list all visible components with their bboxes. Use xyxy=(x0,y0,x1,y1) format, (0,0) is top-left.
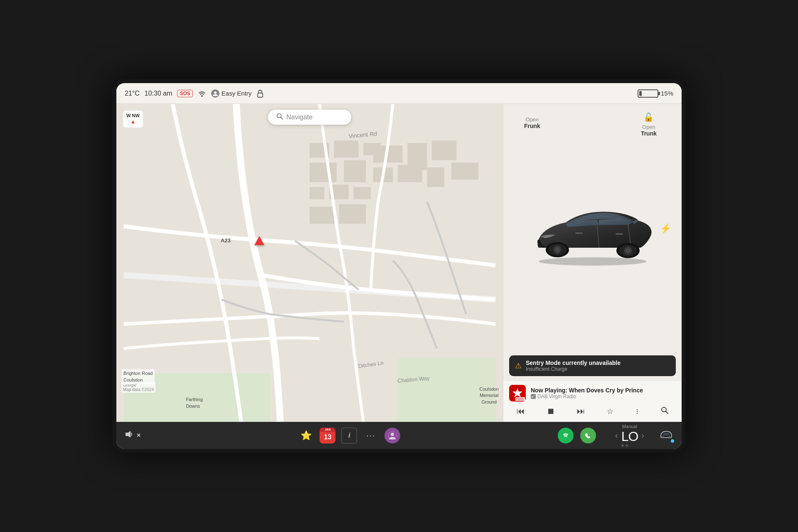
search-icon xyxy=(276,113,283,121)
frunk-action: Frunk xyxy=(524,123,540,129)
climate-seat-left xyxy=(621,444,624,447)
svg-rect-16 xyxy=(354,187,371,199)
battery-bar xyxy=(638,89,658,98)
sentry-text: Sentry Mode currently unavailable Insuff… xyxy=(526,360,621,372)
taskbar-calendar-icon[interactable]: JAN 13 xyxy=(320,428,335,443)
trunk-action: Trunk xyxy=(641,130,657,137)
climate-seat-right xyxy=(626,444,628,447)
svg-rect-49 xyxy=(575,232,583,234)
svg-rect-9 xyxy=(310,163,337,182)
svg-point-0 xyxy=(201,95,203,97)
mute-icon[interactable]: ✕ xyxy=(136,432,141,438)
svg-rect-61 xyxy=(662,436,664,438)
navigate-placeholder: Navigate xyxy=(286,113,313,121)
svg-rect-22 xyxy=(451,163,478,180)
taskbar-starred-icon[interactable]: ⭐ xyxy=(298,428,314,443)
place-coulsdon-memorial: CoulsdonMemorialGround xyxy=(480,386,499,405)
song-source: D DAB Virgin Radio xyxy=(531,394,643,399)
now-playing-panel: RADIO Now Playing: When Doves Cry by Pri… xyxy=(503,380,682,422)
favorite-button[interactable]: ☆ xyxy=(603,405,617,418)
trunk-lock-icon: 🔓 xyxy=(641,112,657,122)
svg-rect-17 xyxy=(310,207,334,224)
svg-marker-51 xyxy=(512,388,522,397)
sos-button[interactable]: SOS xyxy=(177,90,192,97)
equalizer-button[interactable]: ⫶ xyxy=(632,406,643,417)
taskbar-car-icon[interactable] xyxy=(659,429,673,442)
compass-north-arrow: ▲ xyxy=(126,118,140,125)
trunk-label: Open xyxy=(641,124,657,130)
svg-rect-21 xyxy=(427,167,444,187)
song-source-text: DAB Virgin Radio xyxy=(537,394,576,399)
trunk-control[interactable]: 🔓 Open Trunk xyxy=(641,112,657,137)
screen: 21°C 10:30 am SOS Easy Entr xyxy=(116,83,682,449)
svg-line-55 xyxy=(665,411,668,414)
clock: 10:30 am xyxy=(145,90,172,97)
lock-icon[interactable] xyxy=(256,89,264,98)
search-music-button[interactable] xyxy=(658,405,672,418)
taskbar-more-icon[interactable]: ··· xyxy=(363,428,379,443)
svg-rect-7 xyxy=(334,140,359,158)
svg-line-29 xyxy=(281,118,283,120)
svg-text:D: D xyxy=(532,396,534,398)
taskbar-center: ⭐ JAN 13 i ··· xyxy=(148,428,551,443)
sentry-warning-icon: ⚠ xyxy=(515,361,522,370)
svg-rect-2 xyxy=(258,93,263,97)
road-label: A23 xyxy=(221,237,231,244)
status-left: 21°C 10:30 am SOS Easy Entr xyxy=(125,89,264,98)
climate-right-arrow[interactable]: › xyxy=(641,431,644,440)
profile-indicator[interactable]: Easy Entry xyxy=(211,89,252,98)
now-playing-text: Now Playing: When Doves Cry by Prince D … xyxy=(531,387,643,399)
svg-rect-20 xyxy=(398,165,422,182)
wifi-icon xyxy=(198,90,206,97)
temperature: 21°C xyxy=(125,90,140,97)
battery-fill xyxy=(639,91,642,96)
battery-percent: 15% xyxy=(661,90,673,97)
svg-marker-56 xyxy=(126,431,131,438)
battery-area: 15% xyxy=(638,89,673,98)
map-panel[interactable]: Vincent Rd Ditches Ln Chaldon Way Naviga… xyxy=(116,104,503,422)
climate-area: ‹ Manual LO › xyxy=(607,424,653,447)
frunk-label: Open xyxy=(524,116,540,123)
stop-button[interactable]: ⏹ xyxy=(543,405,558,418)
taskbar-spotify-icon[interactable] xyxy=(558,428,574,443)
location-marker xyxy=(254,236,264,245)
svg-point-58 xyxy=(391,433,394,436)
svg-rect-10 xyxy=(344,160,366,182)
song-title: Now Playing: When Doves Cry by Prince xyxy=(531,387,643,394)
profile-icon xyxy=(211,89,219,98)
navigate-bar[interactable]: Navigate xyxy=(268,110,351,125)
music-controls: ⏮ ⏹ ⏭ ☆ ⫶ xyxy=(509,405,676,418)
sentry-banner: ⚠ Sentry Mode currently unavailable Insu… xyxy=(509,355,676,376)
climate-label: Manual xyxy=(621,424,638,429)
car-status-dot xyxy=(671,439,674,443)
sentry-title: Sentry Mode currently unavailable xyxy=(526,360,621,366)
taskbar-phone-icon[interactable] xyxy=(580,428,596,443)
next-button[interactable]: ⏭ xyxy=(574,405,589,418)
easy-entry-label: Easy Entry xyxy=(222,90,252,97)
place-brighton-road: Brighton RoadCoulsdon xyxy=(121,369,155,384)
climate-left-arrow[interactable]: ‹ xyxy=(615,431,618,440)
main-content: Vincent Rd Ditches Ln Chaldon Way Naviga… xyxy=(116,104,682,422)
svg-point-59 xyxy=(562,431,570,440)
charge-icon: ⚡ xyxy=(660,223,671,234)
svg-point-60 xyxy=(584,431,592,440)
radio-logo: RADIO xyxy=(509,385,526,401)
climate-temp: LO xyxy=(621,429,638,444)
taskbar-info-icon[interactable]: i xyxy=(341,428,357,443)
volume-icon xyxy=(125,431,133,440)
status-bar: 21°C 10:30 am SOS Easy Entr xyxy=(116,83,682,104)
battery-container: 15% xyxy=(638,89,673,98)
svg-point-1 xyxy=(214,91,217,94)
svg-rect-62 xyxy=(668,436,671,438)
car-image xyxy=(526,200,659,266)
climate-icons xyxy=(621,444,638,447)
taskbar-left: ✕ xyxy=(125,431,141,440)
prev-button[interactable]: ⏮ xyxy=(513,405,528,418)
frunk-control[interactable]: Open Frunk xyxy=(524,116,540,129)
taskbar: ✕ ⭐ JAN 13 i xyxy=(116,422,682,449)
taskbar-camera-icon[interactable] xyxy=(384,428,400,443)
compass-direction: W NW xyxy=(126,113,140,118)
svg-rect-13 xyxy=(432,140,456,160)
svg-point-30 xyxy=(539,257,647,266)
svg-rect-50 xyxy=(616,233,623,235)
